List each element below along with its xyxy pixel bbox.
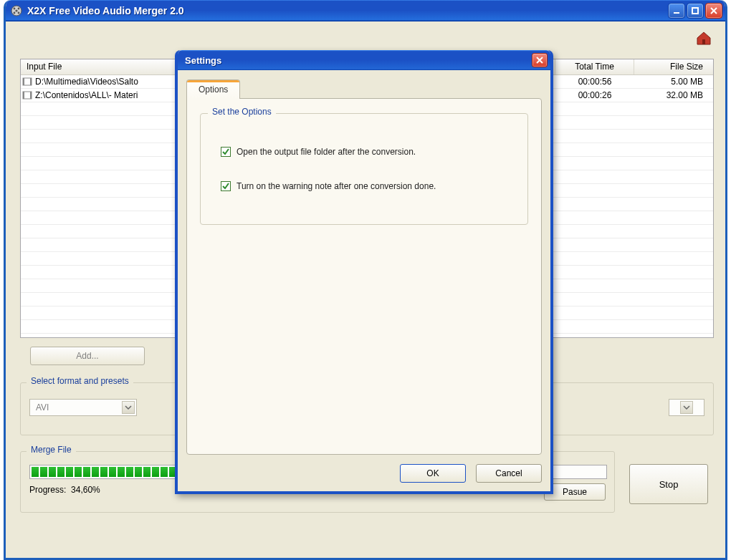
home-icon[interactable] [695, 30, 712, 48]
format-combo[interactable]: AVI [29, 399, 137, 416]
file-size: 32.00 MB [634, 90, 713, 100]
file-time: 00:00:56 [555, 77, 634, 87]
main-title: X2X Free Video Audio Merger 2.0 [27, 5, 668, 16]
svg-point-5 [15, 9, 17, 11]
file-time: 00:00:26 [555, 90, 634, 100]
progress-segment [75, 467, 82, 477]
svg-point-3 [14, 11, 16, 14]
settings-dialog: Settings Options Set the Options Open th… [175, 50, 553, 494]
option-label: Turn on the warning note after one conve… [236, 181, 436, 191]
svg-rect-13 [23, 92, 24, 99]
format-selected: AVI [36, 402, 49, 412]
video-file-icon [21, 77, 34, 87]
file-size: 5.00 MB [634, 77, 713, 87]
svg-rect-11 [30, 78, 32, 85]
chevron-down-icon [680, 401, 693, 414]
checkbox-checked-icon[interactable] [221, 181, 231, 191]
progress-segment [109, 467, 116, 477]
progress-segment [92, 467, 99, 477]
dialog-titlebar[interactable]: Settings [178, 50, 550, 70]
progress-segment [49, 467, 56, 477]
checkbox-checked-icon[interactable] [221, 147, 231, 157]
progress-segment [83, 467, 90, 477]
svg-rect-8 [702, 39, 705, 44]
format-legend: Select format and presets [27, 376, 133, 386]
add-button[interactable]: Add... [30, 347, 145, 365]
progress-segment [40, 467, 47, 477]
svg-rect-7 [692, 8, 698, 14]
chevron-down-icon [122, 401, 135, 414]
option-warning-note[interactable]: Turn on the warning note after one conve… [221, 181, 507, 191]
ok-button[interactable]: OK [400, 464, 466, 483]
progress-segment [161, 467, 168, 477]
minimize-button[interactable] [668, 3, 685, 19]
preset-combo[interactable] [669, 399, 704, 416]
svg-point-4 [18, 11, 20, 14]
options-fieldset: Set the Options Open the output file fol… [200, 113, 528, 225]
video-file-icon [21, 90, 34, 100]
close-button[interactable] [705, 3, 722, 19]
progress-segment [66, 467, 73, 477]
progress-value: 34,60% [71, 485, 100, 495]
progress-segment [32, 467, 39, 477]
progress-segment [135, 467, 142, 477]
tab-strip: Options [186, 79, 542, 99]
dialog-close-button[interactable] [532, 53, 548, 67]
merge-legend: Merge File [27, 445, 76, 455]
progress-segment [118, 467, 125, 477]
column-file-size[interactable]: File Size [634, 59, 713, 74]
maximize-button[interactable] [687, 3, 704, 19]
progress-segment [100, 467, 108, 477]
dialog-title: Settings [185, 55, 532, 66]
svg-rect-10 [23, 78, 24, 85]
progress-segment [143, 467, 150, 477]
progress-segment [126, 467, 133, 477]
svg-point-2 [18, 7, 20, 9]
svg-rect-14 [30, 92, 32, 99]
main-titlebar[interactable]: X2X Free Video Audio Merger 2.0 [6, 0, 725, 21]
svg-rect-6 [674, 12, 679, 14]
tab-page-options: Set the Options Open the output file fol… [186, 98, 542, 455]
option-open-output-folder[interactable]: Open the output file folder after the co… [221, 147, 507, 157]
option-label: Open the output file folder after the co… [236, 147, 416, 157]
progress-segment [152, 467, 159, 477]
stop-button[interactable]: Stop [629, 464, 708, 504]
column-total-time[interactable]: Total Time [555, 59, 634, 74]
progress-text: Progress: 34,60% [29, 485, 100, 495]
svg-point-1 [14, 7, 16, 9]
options-fieldset-legend: Set the Options [208, 107, 276, 117]
progress-segment [57, 467, 64, 477]
tab-options[interactable]: Options [186, 79, 240, 99]
app-icon [10, 4, 23, 17]
cancel-button[interactable]: Cancel [476, 464, 542, 483]
